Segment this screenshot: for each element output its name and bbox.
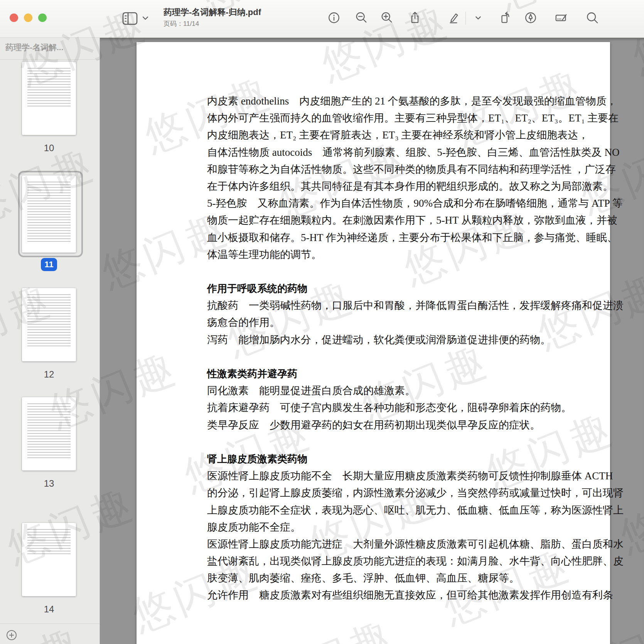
thumbnail-text-preview (27, 294, 71, 348)
text-line: 抗着床避孕药 可使子宫内膜发生各种功能和形态变化，阻碍孕卵着床的药物。 (207, 399, 536, 416)
thumbnail-text-preview (27, 403, 71, 460)
rotate-icon[interactable] (499, 11, 512, 24)
text-line: 内皮细胞表达，ET₂ 主要在肾脏表达，ET₃ 主要在神经系统和肾小管上皮细胞表达… (207, 126, 536, 143)
form-fill-icon[interactable] (555, 11, 568, 24)
zoom-window-button[interactable] (38, 13, 47, 22)
text-line: 抗酸药 一类弱碱性药物，口服后中和胃酸，并降低胃蛋白酶活性，发挥缓解疼痛和促进溃 (207, 297, 536, 314)
text-line: 腺皮质功能不全症。 (207, 519, 536, 536)
text-line: 疡愈合的作用。 (207, 314, 536, 331)
close-button[interactable] (10, 13, 18, 22)
text-line: 体温等生理功能的调节。 (207, 246, 536, 263)
blank-line (207, 263, 536, 280)
page-number-label: 14 (22, 604, 76, 615)
text-line: 体内外可产生强而持久的血管收缩作用。主要有三种异型体，ET₁、ET₂、ET₃。E… (207, 110, 536, 126)
page-number-label: 12 (22, 369, 76, 380)
text-line: 医源性肾上腺皮质功能不全 长期大量应用糖皮质激素类药物可反馈性抑制腺垂体 ACT… (207, 467, 536, 484)
text-line: 允许作用 糖皮质激素对有些组织细胞无直接效应，但可给其他激素发挥作用创造有利条 (207, 587, 536, 604)
thumbnail-page-10[interactable] (22, 62, 76, 135)
thumbnail-text-preview (27, 182, 71, 242)
zoom-in-icon[interactable] (380, 11, 393, 24)
text-line: 同化激素 能明显促进蛋白质合成的雄激素。 (207, 382, 536, 399)
document-title: 药理学-名词解释-归纳.pdf (164, 7, 261, 18)
document-view[interactable]: 内皮素 endothelins 内皮细胞产生的 21 个氨基酸的多肽，是至今发现… (99, 37, 644, 644)
plus-circle-icon (6, 630, 17, 641)
text-line: 自体活性物质 autocoids 通常将前列腺素、组胺、5-羟色胺、白三烯、血管… (207, 144, 536, 161)
toolbar-divider (465, 12, 466, 25)
thumbnail-text-preview (27, 68, 71, 108)
section-heading: 肾上腺皮质激素类药物 (207, 450, 536, 467)
thumbnail-page-14[interactable] (22, 523, 76, 596)
blank-line (207, 348, 536, 365)
text-line: 医源性肾上腺皮质功能亢进症 大剂量外源性糖皮质激素可引起机体糖、脂肪、蛋白质和水 (207, 536, 536, 553)
sidebar-icon (122, 11, 138, 26)
toolbar: 药理学-名词解释-归纳.pdf 页码：11/14 (0, 0, 644, 38)
info-icon[interactable] (327, 11, 341, 24)
annotate-icon[interactable] (524, 11, 537, 24)
sidebar-toggle-button[interactable] (122, 11, 138, 26)
preview-window: 药理学-名词解释-归纳.pdf 页码：11/14 药理学-名词解... 1011… (0, 0, 644, 644)
text-line: 肤变薄、肌肉萎缩、痤疮、多毛、浮肿、低血钾、高血压、糖尿等。 (207, 570, 536, 587)
text-line: 盐代谢紊乱，出现类似肾上腺皮质功能亢进症的表现：如满月脸、水牛背、向心性肥胖、皮 (207, 553, 536, 570)
share-icon[interactable] (408, 11, 421, 24)
text-line: 物质一起贮存在细胞颗粒内。在刺激因素作用下，5-HT 从颗粒内释放，弥散到血液，… (207, 212, 536, 229)
blank-line (207, 433, 536, 450)
pdf-page: 内皮素 endothelins 内皮细胞产生的 21 个氨基酸的多肽，是至今发现… (137, 42, 610, 644)
thumbnail-page-11[interactable] (22, 175, 76, 253)
zoom-out-icon[interactable] (355, 11, 368, 24)
text-line: 在于体内许多组织。其共同特征是有其本身作用的靶组织形成的。故又称之为局部激素。 (207, 178, 536, 195)
thumbnail-page-13[interactable] (22, 397, 76, 470)
selected-page-badge: 11 (41, 258, 57, 271)
section-heading: 性激素类药并避孕药 (207, 365, 536, 382)
text-line: 泻药 能增加肠内水分，促进蠕动，软化粪便或润滑肠道促进排便的药物。 (207, 331, 536, 348)
page-text: 内皮素 endothelins 内皮细胞产生的 21 个氨基酸的多肽，是至今发现… (207, 93, 536, 604)
add-page-button[interactable] (6, 630, 17, 641)
markup-icon[interactable] (447, 11, 460, 24)
thumbnail-text-preview (27, 529, 71, 555)
text-line: 血小板摄取和储存。5-HT 作为神经递质，主要分布于松果体和下丘脑，参与痛觉、睡… (207, 229, 536, 246)
sidebar-chevron-button[interactable] (141, 15, 150, 22)
text-line: 5-羟色胺 又称血清素。作为自体活性物质，90%合成和分布在肠嗜铬细胞，通常与 … (207, 195, 536, 212)
thumbnail-page-12[interactable] (22, 288, 76, 361)
chevron-down-icon (141, 15, 150, 22)
text-line: 上腺皮质功能不全症状，表现为恶心、呕吐、肌无力、低血糖、低血压等，称为医源性肾上 (207, 502, 536, 519)
page-number-label: 10 (22, 143, 76, 153)
text-line: 和腺苷等称之为自体活性物质。这些不同种类的物质具有不同结构和药理学活性 ，广泛存 (207, 161, 536, 178)
search-icon[interactable] (586, 11, 599, 24)
thumbnail-sidebar: 药理学-名词解... 1011121314 (0, 37, 100, 644)
markup-chevron-icon[interactable] (472, 11, 485, 24)
text-line: 内皮素 endothelins 内皮细胞产生的 21 个氨基酸的多肽，是至今发现… (207, 93, 536, 110)
section-heading: 作用于呼吸系统的药物 (207, 280, 536, 297)
minimize-button[interactable] (24, 13, 32, 22)
sidebar-bottom-divider (0, 624, 99, 624)
text-line: 类早孕反应 少数用避孕药的妇女在用药初期出现类似早孕反应的症状。 (207, 416, 536, 433)
page-number-label: 13 (22, 478, 76, 489)
text-line: 的分泌，引起肾上腺皮质萎缩，内源性激素分泌减少，当突然停药或减量过快时，可出现肾 (207, 484, 536, 501)
page-indicator: 页码：11/14 (164, 19, 199, 28)
sidebar-document-name: 药理学-名词解... (5, 42, 95, 53)
sidebar-divider (0, 59, 99, 60)
